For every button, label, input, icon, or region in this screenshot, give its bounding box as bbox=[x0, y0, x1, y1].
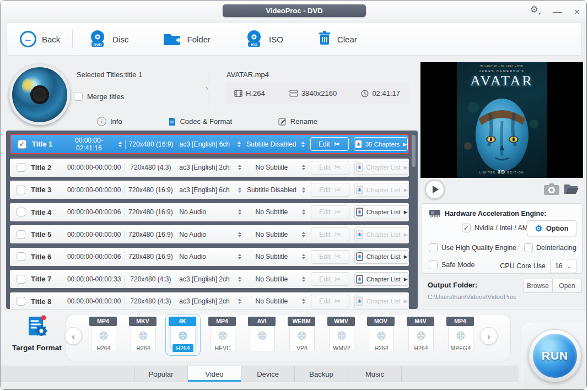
checkbox-checked-icon[interactable]: ✓ bbox=[462, 224, 471, 232]
settings-gear-icon[interactable]: ⚙▾ bbox=[530, 4, 541, 20]
edit-button[interactable]: Edit✂ bbox=[311, 227, 349, 241]
spinner-icon[interactable] bbox=[118, 142, 122, 147]
spinner-icon[interactable] bbox=[302, 276, 305, 282]
title-checkbox[interactable] bbox=[17, 186, 25, 194]
tab-codec-format[interactable]: Codec & Format bbox=[168, 117, 232, 126]
edit-button[interactable]: Edit✂ bbox=[311, 205, 349, 219]
title-row[interactable]: Title 200:00:00-00:00:00720x480 (4:3)ac3… bbox=[10, 159, 409, 177]
disc-button[interactable]: DVD Disc bbox=[88, 30, 128, 49]
run-button[interactable]: RUN bbox=[528, 329, 581, 382]
audio-select[interactable]: No Audio bbox=[176, 208, 234, 216]
title-row[interactable]: ✓Title 100:00:00-02:41:16720x480 (16:9)a… bbox=[10, 134, 409, 154]
title-row[interactable]: Title 300:00:00-00:00:00720x480 (16:9)ac… bbox=[10, 181, 409, 199]
snapshot-camera-icon[interactable] bbox=[543, 183, 560, 198]
format-card[interactable]: WMVWMV2 bbox=[327, 317, 357, 353]
subtitle-select[interactable]: No Subtitle bbox=[245, 231, 299, 238]
tab-info[interactable]: i Info bbox=[97, 117, 122, 126]
spinner-icon[interactable] bbox=[238, 209, 241, 215]
checkbox-icon[interactable] bbox=[429, 260, 438, 269]
subtitle-select[interactable]: No Subtitle bbox=[245, 253, 299, 260]
title-checkbox[interactable] bbox=[17, 252, 25, 261]
high-quality-checkbox[interactable]: Use High Quality Engine bbox=[429, 243, 516, 252]
title-checkbox[interactable] bbox=[17, 297, 25, 306]
spinner-icon[interactable] bbox=[302, 209, 305, 215]
scroll-formats-right-button[interactable]: › bbox=[480, 327, 498, 345]
minimize-button[interactable]: — bbox=[553, 6, 562, 18]
audio-select[interactable]: ac3 [English] 6ch bbox=[176, 140, 235, 148]
title-checkbox[interactable]: ✓ bbox=[18, 140, 26, 149]
merge-titles-checkbox[interactable]: Merge titles bbox=[74, 92, 124, 101]
checkbox-icon[interactable] bbox=[74, 92, 83, 101]
edit-button[interactable]: Edit✂ bbox=[311, 295, 349, 308]
audio-select[interactable]: ac3 [English] 2ch bbox=[176, 164, 234, 171]
edit-button[interactable]: Edit✂ bbox=[311, 183, 349, 197]
spinner-icon[interactable] bbox=[238, 142, 241, 147]
format-card[interactable]: MP4MPEG4 bbox=[446, 317, 476, 353]
audio-select[interactable]: No Audio bbox=[176, 231, 234, 238]
format-card[interactable]: MOVH264 bbox=[366, 317, 396, 353]
safe-mode-checkbox[interactable]: Safe Mode bbox=[429, 260, 474, 269]
format-tab-backup[interactable]: Backup bbox=[295, 366, 348, 382]
subtitle-select[interactable]: Subtitle Disabled bbox=[244, 140, 298, 148]
chapter-list-button[interactable]: Chapter List▶ bbox=[354, 183, 409, 197]
format-tab-music[interactable]: Music bbox=[348, 366, 402, 382]
edit-button[interactable]: Edit✂ bbox=[310, 137, 349, 151]
edit-button[interactable]: Edit✂ bbox=[311, 250, 349, 264]
chapter-list-button[interactable]: 35 Chapters▶ bbox=[354, 137, 408, 151]
target-format-block[interactable]: Target Format bbox=[10, 314, 63, 352]
format-tab-video[interactable]: Video bbox=[188, 366, 241, 382]
subtitle-select[interactable]: Subtitle Disabled bbox=[245, 186, 299, 194]
spinner-icon[interactable] bbox=[302, 187, 305, 193]
audio-select[interactable]: No Audio bbox=[176, 253, 234, 260]
spinner-icon[interactable] bbox=[238, 187, 241, 193]
subtitle-select[interactable]: No Subtitle bbox=[245, 208, 299, 216]
title-checkbox[interactable] bbox=[17, 208, 25, 216]
scroll-formats-left-button[interactable]: ‹ bbox=[64, 327, 82, 345]
edit-button[interactable]: Edit✂ bbox=[311, 272, 349, 286]
chapter-list-button[interactable]: Chapter List▶ bbox=[354, 227, 409, 241]
audio-select[interactable]: ac3 [English] 2ch bbox=[176, 297, 234, 305]
title-checkbox[interactable] bbox=[17, 275, 25, 284]
clear-button[interactable]: Clear bbox=[317, 30, 357, 48]
format-tab-popular[interactable]: Popular bbox=[134, 366, 188, 382]
chapter-list-button[interactable]: Chapter List▶ bbox=[354, 161, 409, 175]
format-card[interactable]: MP4H264 bbox=[89, 317, 118, 353]
chapter-list-button[interactable]: Chapter List▶ bbox=[354, 250, 409, 264]
spinner-icon[interactable] bbox=[238, 254, 241, 259]
close-button[interactable]: × bbox=[574, 6, 580, 18]
browse-button[interactable]: Browse bbox=[523, 279, 553, 293]
format-card[interactable]: MP4HEVC bbox=[208, 317, 238, 353]
open-folder-icon[interactable] bbox=[563, 182, 580, 198]
tab-rename[interactable]: Rename bbox=[278, 117, 317, 126]
spinner-icon[interactable] bbox=[238, 165, 241, 170]
folder-button[interactable]: Folder bbox=[163, 31, 211, 48]
chapter-list-button[interactable]: Chapter List▶ bbox=[354, 205, 409, 219]
spinner-icon[interactable] bbox=[302, 254, 305, 259]
chapter-list-button[interactable]: Chapter List▶ bbox=[354, 272, 409, 286]
title-row[interactable]: Title 700:00:00-00:00:33720x480 (4:3)ac3… bbox=[10, 270, 409, 288]
format-tab-device[interactable]: Device bbox=[241, 366, 295, 382]
iso-button[interactable]: ISO ISO bbox=[245, 30, 283, 49]
title-row[interactable]: Title 800:00:00-00:00:00720x480 (4:3)ac3… bbox=[10, 292, 409, 309]
back-button[interactable]: ← Back bbox=[20, 31, 60, 47]
format-card[interactable]: MKVH264 bbox=[128, 317, 158, 353]
cpu-core-select[interactable]: 16⌄ bbox=[550, 259, 576, 273]
spinner-icon[interactable] bbox=[302, 165, 305, 170]
chapter-list-button[interactable]: Chapter List▶ bbox=[354, 295, 409, 308]
spinner-icon[interactable] bbox=[302, 298, 305, 304]
gpu-checkbox[interactable]: ✓ Nvidia / Intel / AMD bbox=[462, 224, 533, 232]
spinner-icon[interactable] bbox=[238, 232, 241, 237]
format-card[interactable]: WEBMVP8 bbox=[287, 317, 317, 353]
title-checkbox[interactable] bbox=[17, 163, 25, 172]
title-checkbox[interactable] bbox=[17, 230, 25, 239]
audio-select[interactable]: ac3 [English] 2ch bbox=[176, 275, 234, 283]
subtitle-select[interactable]: No Subtitle bbox=[245, 275, 299, 283]
subtitle-select[interactable]: No Subtitle bbox=[245, 297, 299, 305]
play-button[interactable] bbox=[425, 180, 445, 199]
spinner-icon[interactable] bbox=[238, 276, 241, 282]
edit-button[interactable]: Edit✂ bbox=[311, 161, 349, 175]
scrollbar-thumb[interactable] bbox=[412, 135, 416, 167]
open-button[interactable]: Open bbox=[553, 279, 582, 293]
format-card[interactable]: M4VH264 bbox=[406, 317, 436, 353]
title-row[interactable]: Title 600:00:00-00:00:06720x480 (16:9)No… bbox=[10, 248, 409, 266]
